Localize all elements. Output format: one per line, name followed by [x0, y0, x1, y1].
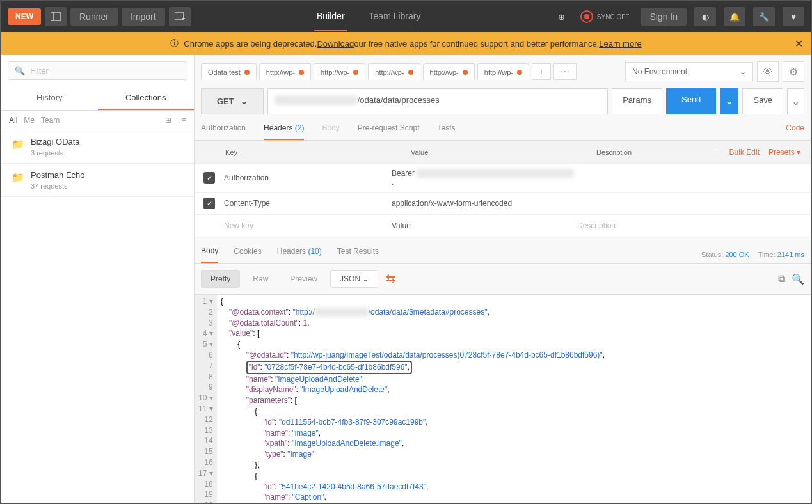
main-content: Odata test http://wp- http://wp- http://… — [195, 55, 811, 503]
svg-rect-0 — [51, 12, 61, 21]
view-pretty[interactable]: Pretty — [201, 270, 240, 288]
presets-dropdown[interactable]: Presets ▾ — [768, 148, 800, 157]
checkbox-icon[interactable]: ✓ — [203, 198, 215, 209]
download-link[interactable]: Download — [317, 39, 354, 49]
scope-me[interactable]: Me — [24, 116, 35, 125]
unsaved-dot-icon — [353, 70, 358, 75]
heart-icon[interactable]: ♥ — [783, 7, 804, 26]
save-button[interactable]: Save — [742, 88, 783, 114]
env-preview-button[interactable]: 👁 — [757, 61, 779, 82]
svg-text:+: + — [182, 15, 185, 21]
runner-button[interactable]: Runner — [70, 8, 118, 26]
env-settings-button[interactable]: ⚙ — [783, 61, 804, 82]
resp-tab-headers[interactable]: Headers (10) — [277, 247, 322, 262]
sync-status-icon[interactable] — [580, 10, 593, 23]
sidebar-tab-collections[interactable]: Collections — [98, 86, 195, 110]
wrap-lines-icon[interactable]: ⇆ — [386, 272, 395, 286]
sidebar-tab-history[interactable]: History — [1, 86, 98, 110]
save-options-button[interactable]: ⌄ — [787, 88, 804, 114]
unsaved-dot-icon — [408, 70, 413, 75]
resp-tab-cookies[interactable]: Cookies — [234, 247, 261, 262]
unsaved-dot-icon — [244, 70, 250, 75]
format-select[interactable]: JSON ⌄ — [330, 270, 378, 288]
more-icon[interactable]: ⋯ — [715, 148, 722, 157]
json-content[interactable]: { "@odata.context": "http://xxxxxxxxxxxx… — [217, 295, 811, 503]
request-tab[interactable]: Odata test — [201, 63, 257, 80]
view-preview[interactable]: Preview — [281, 271, 326, 287]
request-tabs: Odata test http://wp- http://wp- http://… — [201, 63, 621, 80]
new-collection-icon[interactable]: ⊞ — [165, 116, 171, 125]
view-raw[interactable]: Raw — [244, 271, 277, 287]
status-value: 200 OK — [725, 251, 749, 258]
subtab-prerequest[interactable]: Pre-request Script — [358, 123, 420, 140]
redacted-host: xxxxxxxxxxxxxxxxxxxx — [275, 95, 358, 105]
top-bar: NEW Runner Import + Builder Team Library… — [1, 1, 811, 32]
resp-tab-tests[interactable]: Test Results — [337, 247, 379, 262]
subtab-tests[interactable]: Tests — [437, 123, 455, 140]
subtab-headers[interactable]: Headers (2) — [264, 123, 304, 140]
sidebar: 🔍 Filter History Collections All Me Team… — [1, 55, 195, 503]
code-link[interactable]: Code — [786, 123, 804, 140]
header-row[interactable]: ✓ Content-Type application/x-www-form-ur… — [195, 192, 811, 214]
subtab-authorization[interactable]: Authorization — [201, 123, 246, 140]
chevron-down-icon: ⌄ — [740, 67, 746, 76]
search-response-icon[interactable]: 🔍 — [792, 273, 804, 285]
header-row[interactable]: ✓ Authorization Bearer xxxxxxxxxxxxxxxxx… — [195, 163, 811, 192]
new-button[interactable]: NEW — [8, 8, 41, 25]
request-tab[interactable]: http://wp- — [259, 63, 311, 80]
search-icon: 🔍 — [15, 66, 25, 75]
checkbox-icon[interactable]: ✓ — [203, 172, 215, 184]
col-value: Value — [411, 148, 596, 156]
settings-icon[interactable]: 🔧 — [753, 7, 775, 26]
tab-team-library[interactable]: Team Library — [367, 2, 424, 31]
deprecation-banner: ⓘ Chrome apps are being deprecated. Down… — [1, 32, 811, 55]
folder-icon: 📁 — [12, 171, 24, 184]
request-tab[interactable]: http://wp- — [423, 63, 475, 80]
new-window-button[interactable]: + — [169, 7, 191, 26]
send-button[interactable]: Send — [666, 88, 716, 114]
scope-team[interactable]: Team — [41, 116, 60, 125]
notifications-icon[interactable]: 🔔 — [724, 7, 745, 26]
unsaved-dot-icon — [463, 70, 468, 75]
response-body: 1 ▾234 ▾5 ▾678910 ▾11 ▾121314151617 ▾181… — [195, 294, 811, 503]
request-tab[interactable]: http://wp- — [477, 63, 529, 80]
redacted-token: xxxxxxxxxxxxxxxxxxxxxxxxxxxxxxxxxxxxxxxx… — [417, 169, 574, 178]
sync-label: SYNC OFF — [597, 13, 630, 20]
send-options-button[interactable]: ⌄ — [720, 88, 738, 114]
new-tab-button[interactable]: + — [532, 63, 551, 80]
browser-icon[interactable]: ◐ — [694, 7, 716, 26]
headers-table: Key Value Description ⋯ Bulk Edit Preset… — [195, 141, 811, 237]
resp-tab-body[interactable]: Body — [201, 246, 218, 263]
environment-select[interactable]: No Environment⌄ — [625, 62, 753, 81]
collection-item[interactable]: 📁 Bizagi OData 3 requests — [1, 130, 194, 164]
params-button[interactable]: Params — [612, 88, 662, 114]
bulk-edit-link[interactable]: Bulk Edit — [729, 148, 760, 157]
url-input[interactable]: xxxxxxxxxxxxxxxxxxxx/odata/data/processe… — [267, 88, 608, 114]
layout-toggle-button[interactable] — [45, 7, 67, 26]
subtab-body[interactable]: Body — [322, 123, 339, 140]
col-key: Key — [225, 148, 411, 156]
sort-icon[interactable]: ↓≡ — [178, 116, 186, 125]
header-row-placeholder[interactable]: New key Value Description — [195, 214, 811, 237]
filter-input[interactable]: 🔍 Filter — [8, 61, 187, 80]
request-tab[interactable]: http://wp- — [368, 63, 420, 80]
close-banner-button[interactable]: ✕ — [795, 38, 803, 50]
method-select[interactable]: GET⌄ — [201, 88, 264, 114]
col-description: Description — [596, 148, 715, 156]
request-tab[interactable]: http://wp- — [314, 63, 365, 80]
copy-icon[interactable]: ⧉ — [778, 273, 785, 285]
capture-icon[interactable]: ⊕ — [551, 7, 573, 26]
unsaved-dot-icon — [517, 70, 522, 75]
info-icon: ⓘ — [170, 38, 179, 49]
tab-options-button[interactable]: ⋯ — [553, 63, 577, 80]
learn-more-link[interactable]: Learn more — [599, 39, 641, 49]
line-gutter: 1 ▾234 ▾5 ▾678910 ▾11 ▾121314151617 ▾181… — [195, 295, 217, 503]
sign-in-button[interactable]: Sign In — [641, 8, 687, 26]
time-value: 2141 ms — [777, 251, 804, 258]
collection-item[interactable]: 📁 Postman Echo 37 requests — [1, 164, 194, 197]
chevron-down-icon: ⌄ — [241, 97, 248, 106]
folder-icon: 📁 — [12, 138, 24, 150]
scope-all[interactable]: All — [9, 116, 17, 125]
tab-builder[interactable]: Builder — [314, 2, 347, 31]
import-button[interactable]: Import — [122, 8, 165, 26]
